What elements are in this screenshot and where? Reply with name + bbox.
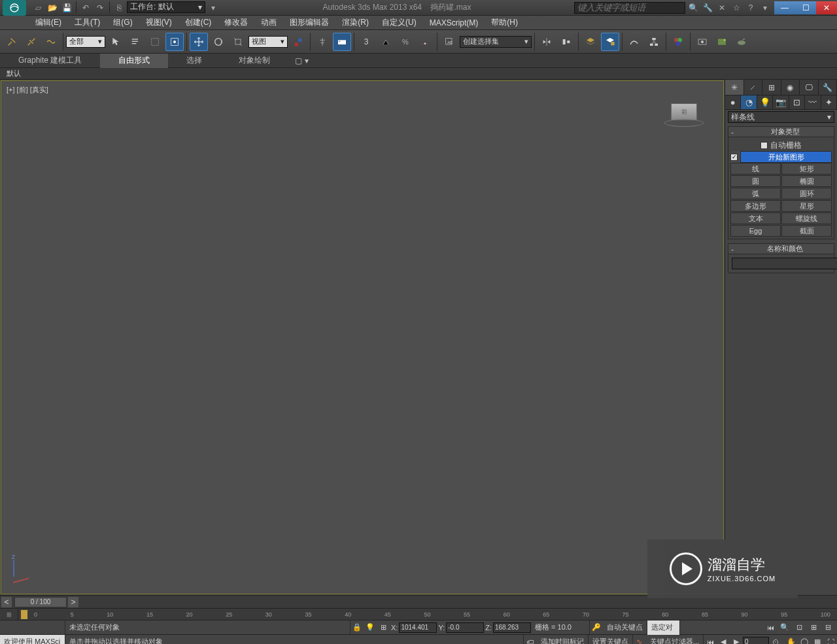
select-object-icon[interactable] — [107, 33, 125, 51]
menu-group[interactable]: 组(G) — [107, 16, 139, 30]
menu-rendering[interactable]: 渲染(R) — [335, 16, 375, 30]
autogrid-checkbox[interactable] — [760, 142, 768, 149]
viewcube-face[interactable]: 前 — [671, 103, 697, 120]
key-filters-button[interactable]: 关键点过滤器... — [646, 635, 704, 645]
curve-editor-icon[interactable] — [625, 33, 643, 51]
select-scale-icon[interactable] — [229, 33, 247, 51]
select-by-name-icon[interactable] — [126, 33, 145, 51]
menu-customize[interactable]: 自定义(U) — [375, 16, 423, 30]
key-wave-icon[interactable]: ∿ — [633, 636, 646, 645]
abs-rel-icon[interactable]: ⊞ — [377, 621, 390, 634]
key-icon[interactable]: 🔑 — [590, 621, 603, 634]
align-icon[interactable] — [557, 33, 575, 51]
menu-help[interactable]: 帮助(H) — [485, 16, 524, 30]
app-menu-icon[interactable] — [3, 0, 26, 16]
open-icon[interactable]: 📂 — [46, 1, 59, 14]
play-icon[interactable]: ▶ — [730, 636, 743, 645]
track-bar[interactable]: ⊞ 05101520253035404550556065707580859095… — [0, 608, 837, 620]
snap-toggle-icon[interactable]: 3 — [357, 33, 375, 51]
section-button[interactable]: 截面 — [781, 225, 832, 237]
lights-icon[interactable]: 💡 — [757, 95, 773, 109]
keyboard-shortcut-icon[interactable] — [333, 33, 351, 51]
ellipse-button[interactable]: 椭圆 — [781, 175, 832, 187]
workspace-dropdown[interactable]: 工作台: 默认▾ — [127, 1, 205, 13]
close-button[interactable]: ✕ — [816, 1, 837, 14]
subscription-icon[interactable]: 🔧 — [701, 1, 714, 14]
z-coord-input[interactable] — [493, 622, 531, 633]
circle-button[interactable]: 圆 — [730, 175, 781, 187]
isolate-icon[interactable]: 💡 — [364, 621, 377, 634]
help-icon[interactable]: ? — [744, 1, 757, 14]
time-slider-thumb[interactable]: 0 / 100 — [14, 597, 67, 607]
goto-start-icon[interactable]: ⏮ — [764, 621, 777, 634]
ribbon-tab-objectpaint[interactable]: 对象绘制 — [220, 54, 288, 68]
ribbon-tab-graphite[interactable]: Graphite 建模工具 — [0, 54, 100, 68]
display-panel-icon[interactable]: 🖵 — [800, 80, 819, 95]
time-config-icon[interactable]: ⏲ — [769, 636, 782, 645]
mirror-icon[interactable] — [538, 33, 556, 51]
undo-icon[interactable]: ↶ — [79, 1, 92, 14]
egg-button[interactable]: Egg — [730, 225, 781, 237]
bind-spacewarp-icon[interactable] — [42, 33, 60, 51]
material-editor-icon[interactable] — [669, 33, 687, 51]
maxscript-welcome[interactable]: 欢迎使用 MAXSci — [0, 635, 65, 645]
menu-tools[interactable]: 工具(T) — [68, 16, 107, 30]
qat-more-icon[interactable]: ▾ — [207, 1, 220, 14]
hierarchy-panel-icon[interactable]: ⊞ — [762, 80, 781, 95]
zoom-extents-icon[interactable]: ⊞ — [807, 621, 820, 634]
motion-panel-icon[interactable]: ◉ — [781, 80, 800, 95]
cameras-icon[interactable]: 📷 — [773, 95, 789, 109]
utilities-panel-icon[interactable]: 🔧 — [819, 80, 838, 95]
subcategory-dropdown[interactable]: 样条线▾ — [728, 111, 834, 123]
prev-frame-icon[interactable]: < — [1, 597, 12, 607]
ribbon-tab-selection[interactable]: 选择 — [168, 54, 220, 68]
zoom-extents-all-icon[interactable]: ⊟ — [821, 621, 834, 634]
selection-filter-box[interactable]: 选定对 — [647, 620, 680, 635]
helix-button[interactable]: 螺旋线 — [781, 212, 832, 224]
exchange-icon[interactable]: ✕ — [715, 1, 728, 14]
selection-lock-icon[interactable]: 🔒 — [350, 621, 364, 634]
viewport-label[interactable]: [+] [前] [真实] — [7, 85, 48, 95]
zoom-icon[interactable]: 🔍 — [778, 621, 791, 634]
star-button[interactable]: 星形 — [781, 200, 832, 212]
arc-button[interactable]: 弧 — [730, 188, 781, 199]
systems-icon[interactable]: ✦ — [821, 95, 837, 109]
donut-button[interactable]: 圆环 — [781, 188, 832, 199]
ref-coord-dropdown[interactable]: 视图▾ — [248, 36, 288, 48]
select-region-icon[interactable] — [146, 33, 164, 51]
pan-icon[interactable]: ✋ — [785, 636, 798, 645]
ribbon-sub-default[interactable]: 默认 — [0, 69, 27, 78]
viewcube-ring-icon[interactable] — [664, 119, 704, 127]
window-crossing-icon[interactable] — [165, 33, 184, 51]
geometry-icon[interactable]: ● — [725, 95, 741, 109]
orbit-icon[interactable]: ◯ — [798, 636, 811, 645]
shapes-icon[interactable]: ◔ — [741, 95, 757, 109]
render-icon[interactable] — [732, 33, 751, 51]
ribbon-tab-freeform[interactable]: 自由形式 — [100, 54, 168, 68]
menu-modifiers[interactable]: 修改器 — [218, 16, 254, 30]
y-coord-input[interactable] — [446, 622, 484, 633]
schematic-view-icon[interactable] — [645, 33, 663, 51]
modify-panel-icon[interactable]: ⟋ — [744, 80, 763, 95]
trackbar-toggle-icon[interactable]: ⊞ — [0, 609, 18, 620]
autokey-button[interactable]: 自动关键点 — [603, 620, 647, 635]
current-frame-input[interactable] — [743, 637, 769, 645]
new-icon[interactable]: ▱ — [31, 1, 44, 14]
menu-animation[interactable]: 动画 — [254, 16, 283, 30]
create-panel-icon[interactable]: ✳ — [725, 80, 744, 95]
percent-snap-icon[interactable]: % — [396, 33, 415, 51]
favorite-icon[interactable]: ☆ — [730, 1, 743, 14]
rollout-header-namecolor[interactable]: - 名称和颜色 — [728, 244, 834, 254]
script-mini-listener[interactable] — [0, 620, 65, 635]
startnew-checkbox[interactable]: ✓ — [730, 154, 738, 161]
x-coord-input[interactable] — [399, 622, 437, 633]
time-tag-icon[interactable]: 🏷 — [524, 636, 537, 645]
help-dropdown-icon[interactable]: ▾ — [759, 1, 772, 14]
start-new-shape-button[interactable]: 开始新图形 — [740, 151, 832, 163]
maximize-viewport-icon[interactable]: ⛶ — [824, 636, 837, 645]
save-icon[interactable]: 💾 — [60, 1, 73, 14]
menu-grapheditors[interactable]: 图形编辑器 — [283, 16, 335, 30]
rollout-header-objtype[interactable]: - 对象类型 — [728, 127, 834, 137]
spinner-snap-icon[interactable] — [416, 33, 434, 51]
set-key-button[interactable]: 设置关键点 — [589, 635, 633, 645]
